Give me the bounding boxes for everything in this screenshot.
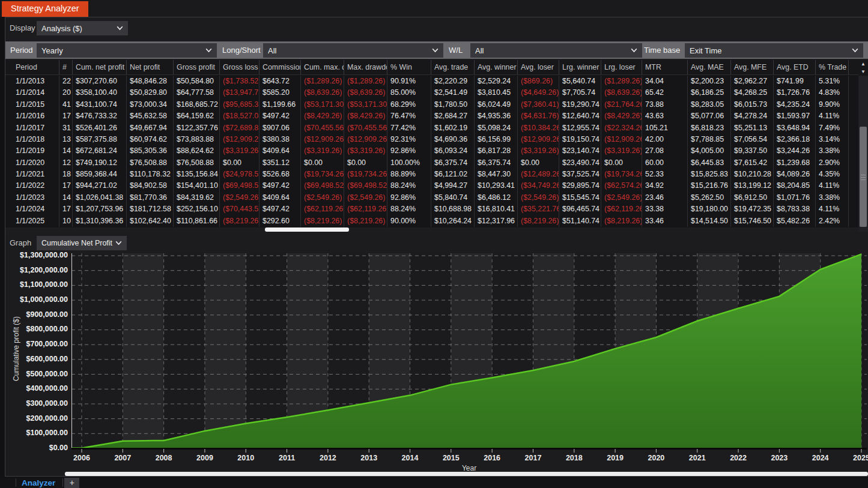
table-row[interactable]: 1/1/201420$358,100.40$50,829.80$64,777.5… [13, 87, 858, 98]
x-tick-label: 2019 [596, 454, 634, 462]
display-row: Display Analysis ($) [5, 17, 868, 39]
cell: $1,780.50 [431, 99, 475, 110]
column-header-gross-loss[interactable]: Gross loss [220, 60, 259, 74]
cell: $81,770.36 [127, 192, 174, 203]
cell: $5,482.26 [774, 215, 816, 227]
cell: ($19,734.26) [301, 169, 344, 180]
add-tab-button[interactable]: + [64, 478, 79, 488]
cell: $19,180.00 [688, 203, 731, 215]
cell: 88.24% [387, 180, 431, 191]
table-row[interactable]: 1/1/201731$526,401.26$49,667.94$122,357.… [13, 122, 858, 134]
cell: 3.38% [816, 145, 849, 157]
column-header-net-profit[interactable]: Net profit [127, 60, 174, 74]
cell: 77.42% [387, 122, 431, 134]
table-row[interactable]: 1/1/202417$1,207,753.96$181,712.58$252,1… [13, 203, 858, 215]
column-header-mtr[interactable]: MTR [642, 60, 688, 74]
cell: 33.46 [642, 215, 688, 227]
cell: ($1,289.26) [301, 76, 344, 87]
cell: $859,368.44 [73, 169, 127, 180]
table-row[interactable]: 1/1/202510$1,310,396.36$102,642.40$110,8… [13, 215, 858, 227]
column-header-avg-winner[interactable]: Avg. winner [475, 60, 518, 74]
column-header-cum-net-profit[interactable]: Cum. net profit [73, 60, 127, 74]
tab-strategy-analyzer[interactable]: Strategy Analyzer [2, 1, 88, 17]
cell: $5,251.13 [731, 122, 774, 134]
cell: $380.38 [259, 134, 301, 145]
cell: 17 [59, 180, 73, 191]
cell: 68.29% [387, 99, 431, 110]
cell: $1,310,396.36 [73, 215, 127, 227]
display-dropdown[interactable]: Analysis ($) [37, 21, 128, 35]
cell: $12,955.74 [559, 122, 601, 134]
x-tick-label: 2007 [103, 454, 142, 462]
scrollbar-track[interactable] [859, 76, 867, 227]
cell: $643.72 [259, 76, 301, 87]
cell: ($22,324.26) [601, 122, 642, 134]
column-header-commission[interactable]: Commission [259, 60, 301, 74]
cell: ($69,498.52) [301, 180, 344, 191]
scrollbar-thumb[interactable] [860, 127, 867, 227]
cell: 43.63 [642, 110, 688, 122]
cell: 1/1/2018 [13, 134, 59, 145]
y-tick-label: $1,200,000.00 [13, 266, 68, 274]
cell: $4,994.27 [431, 180, 475, 191]
period-dropdown[interactable]: Yearly [37, 43, 217, 58]
graph-dropdown[interactable]: Cumulative Net Profit [37, 236, 127, 250]
tab-analyzer[interactable]: Analyzer [22, 478, 55, 487]
column-header-gross-profit[interactable]: Gross profit [174, 60, 220, 74]
chart-horizontal-scrollbar-thumb[interactable] [65, 472, 868, 476]
table-row[interactable]: 1/1/201541$431,100.74$73,000.34$168,685.… [13, 99, 858, 110]
time-base-dropdown[interactable]: Exit Time [685, 43, 863, 58]
table-row[interactable]: 1/1/202012$749,190.12$76,508.88$76,508.8… [13, 157, 858, 169]
column-header-avg-etd[interactable]: Avg. ETD [774, 60, 816, 74]
cell: ($8,219.26) [220, 215, 259, 227]
column-header-avg-trade[interactable]: Avg. trade [431, 60, 475, 74]
cell: $15,545.74 [559, 192, 601, 203]
column-header-period[interactable]: Period [13, 60, 59, 74]
table-row[interactable]: 1/1/202118$859,368.44$110,178.32$135,156… [13, 169, 858, 180]
cell: $1,602.19 [431, 122, 475, 134]
x-tick-label: 2021 [678, 454, 717, 462]
column-header-avg-mfe[interactable]: Avg. MFE [731, 60, 774, 74]
column-header-cum-max-drawdown[interactable]: Cum. max. drawdown [301, 60, 344, 74]
table-row[interactable]: 1/1/201322$307,270.60$48,846.28$50,584.8… [13, 76, 858, 87]
cell: $497.42 [259, 203, 301, 215]
period-label: Period [10, 46, 33, 55]
column-header--win[interactable]: % Win [387, 60, 431, 74]
table-row[interactable]: 1/1/201813$587,375.88$60,974.62$73,883.8… [13, 134, 858, 145]
table-vertical-scrollbar[interactable]: ▲ ▼ [858, 60, 868, 232]
cell: 34.04 [642, 76, 688, 87]
chevron-down-icon [117, 26, 123, 31]
long-short-dropdown[interactable]: All [263, 43, 443, 58]
cell: ($2,549.26) [301, 192, 344, 203]
column-header-avg-mae[interactable]: Avg. MAE [688, 60, 731, 74]
cell: $4,690.36 [431, 134, 475, 145]
cell: 85.00% [387, 87, 431, 98]
cell: $7,788.85 [688, 134, 731, 145]
cell: $85,305.36 [127, 145, 174, 157]
scroll-up-icon[interactable]: ▲ [858, 60, 868, 68]
cumulative-profit-chart [71, 253, 867, 453]
table-row[interactable]: 1/1/201914$672,681.24$85,305.36$88,624.6… [13, 145, 858, 157]
cell: ($12,909.26) [344, 134, 387, 145]
table-row[interactable]: 1/1/202314$1,026,041.38$81,770.36$84,319… [13, 192, 858, 203]
display-dropdown-value: Analysis ($) [41, 24, 114, 33]
x-axis-title: Year [71, 464, 867, 472]
wl-dropdown[interactable]: All [470, 43, 642, 58]
table-horizontal-scrollbar-thumb[interactable] [265, 227, 349, 232]
column-header--trade[interactable]: % Trade [816, 60, 849, 74]
table-row[interactable]: 1/1/201617$476,733.32$45,632.58$64,159.6… [13, 110, 858, 122]
cell: $1,026,041.38 [73, 192, 127, 203]
chart-horizontal-scrollbar[interactable] [65, 472, 868, 476]
column-header-lrg-loser[interactable]: Lrg. loser [601, 60, 642, 74]
cell: 4.11% [816, 180, 849, 191]
cell: 3.38% [816, 192, 849, 203]
y-tick-label: $1,100,000.00 [13, 280, 68, 289]
column-header--[interactable]: # [59, 60, 73, 74]
column-header-lrg-winner[interactable]: Lrg. winner [559, 60, 601, 74]
cell: 1/1/2014 [13, 87, 59, 98]
table-row[interactable]: 1/1/202217$944,271.02$84,902.58$154,401.… [13, 180, 858, 191]
scroll-down-icon[interactable]: ▼ [858, 68, 868, 76]
column-header-max-drawdown[interactable]: Max. drawdown [344, 60, 387, 74]
column-header-avg-loser[interactable]: Avg. loser [518, 60, 559, 74]
table-horizontal-scrollbar[interactable] [5, 227, 858, 232]
